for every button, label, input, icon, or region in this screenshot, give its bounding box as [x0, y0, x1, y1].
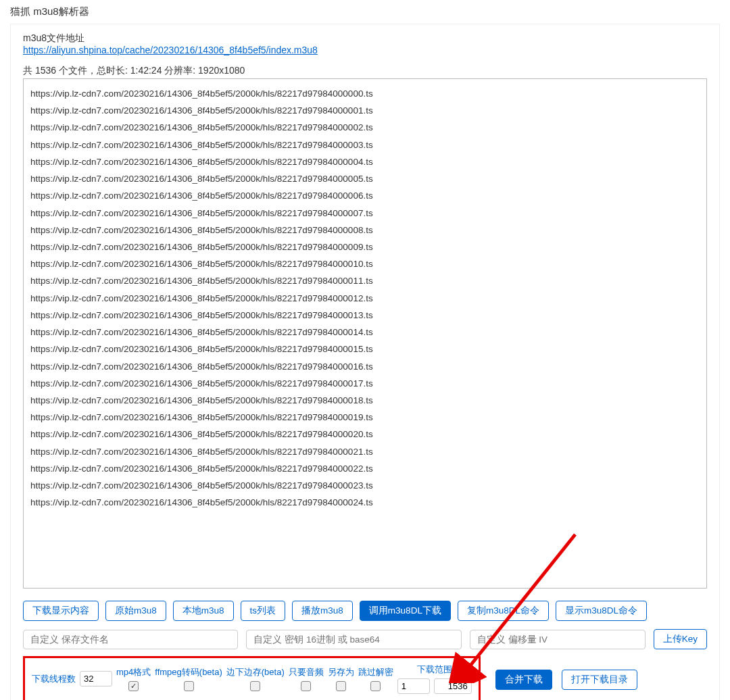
range-start-input[interactable]	[397, 678, 430, 694]
ts-file-row[interactable]: https://vip.lz-cdn7.com/20230216/14306_8…	[30, 309, 700, 322]
show-m3u8dl-button[interactable]: 显示m3u8DL命令	[556, 601, 647, 621]
skip-decrypt-checkbox[interactable]	[370, 681, 381, 691]
ts-file-row[interactable]: https://vip.lz-cdn7.com/20230216/14306_8…	[30, 173, 700, 185]
action-button-row: 下载显示内容 原始m3u8 本地m3u8 ts列表 播放m3u8 调用m3u8D…	[23, 601, 707, 621]
ts-file-row[interactable]: https://vip.lz-cdn7.com/20230216/14306_8…	[30, 139, 700, 151]
upload-key-button[interactable]: 上传Key	[654, 629, 707, 649]
ts-file-list[interactable]: https://vip.lz-cdn7.com/20230216/14306_8…	[23, 78, 707, 589]
range-label: 下载范围	[417, 664, 452, 676]
ts-file-row[interactable]: https://vip.lz-cdn7.com/20230216/14306_8…	[30, 480, 700, 492]
ts-file-row[interactable]: https://vip.lz-cdn7.com/20230216/14306_8…	[30, 395, 700, 407]
raw-m3u8-button[interactable]: 原始m3u8	[105, 601, 166, 621]
main-panel: m3u8文件地址 https://aliyun.shpina.top/cache…	[10, 24, 720, 700]
ts-list-button[interactable]: ts列表	[241, 601, 286, 621]
ts-file-row[interactable]: https://vip.lz-cdn7.com/20230216/14306_8…	[30, 122, 700, 134]
skip-decrypt-label: 跳过解密	[358, 666, 393, 678]
open-download-dir-button[interactable]: 打开下载目录	[562, 670, 637, 690]
custom-inputs-row: 上传Key	[23, 629, 707, 649]
ts-file-row[interactable]: https://vip.lz-cdn7.com/20230216/14306_8…	[30, 156, 700, 168]
ts-file-row[interactable]: https://vip.lz-cdn7.com/20230216/14306_8…	[30, 293, 700, 305]
local-m3u8-button[interactable]: 本地m3u8	[173, 601, 234, 621]
highlighted-options-box: 下载线程数 mp4格式 ffmpeg转码(beta) 边下边存(beta) 只要…	[23, 656, 481, 700]
only-audio-checkbox[interactable]	[301, 681, 311, 691]
download-save-beta-label: 边下边存(beta)	[226, 666, 285, 678]
custom-filename-input[interactable]	[23, 630, 238, 649]
ts-file-row[interactable]: https://vip.lz-cdn7.com/20230216/14306_8…	[30, 361, 700, 373]
play-m3u8-button[interactable]: 播放m3u8	[292, 601, 353, 621]
ts-file-row[interactable]: https://vip.lz-cdn7.com/20230216/14306_8…	[30, 105, 700, 117]
options-bar: 下载线程数 mp4格式 ffmpeg转码(beta) 边下边存(beta) 只要…	[23, 656, 707, 700]
file-address-link[interactable]: https://aliyun.shpina.top/cache/20230216…	[23, 45, 318, 55]
ffmpeg-beta-checkbox[interactable]	[184, 681, 194, 691]
download-save-beta-checkbox[interactable]	[250, 681, 260, 691]
ts-file-row[interactable]: https://vip.lz-cdn7.com/20230216/14306_8…	[30, 224, 700, 236]
custom-key-input[interactable]	[246, 630, 461, 649]
ts-file-row[interactable]: https://vip.lz-cdn7.com/20230216/14306_8…	[30, 326, 700, 339]
file-address-label: m3u8文件地址	[23, 32, 707, 45]
custom-iv-input[interactable]	[470, 630, 646, 649]
ts-file-row[interactable]: https://vip.lz-cdn7.com/20230216/14306_8…	[30, 241, 700, 253]
ffmpeg-beta-label: ffmpeg转码(beta)	[155, 666, 222, 678]
ts-file-row[interactable]: https://vip.lz-cdn7.com/20230216/14306_8…	[30, 463, 700, 475]
ts-file-row[interactable]: https://vip.lz-cdn7.com/20230216/14306_8…	[30, 411, 700, 424]
save-as-label: 另存为	[328, 666, 354, 678]
save-as-checkbox[interactable]	[336, 681, 346, 691]
call-m3u8dl-button[interactable]: 调用m3u8DL下载	[360, 601, 451, 621]
download-display-button[interactable]: 下载显示内容	[23, 601, 99, 621]
ts-file-row[interactable]: https://vip.lz-cdn7.com/20230216/14306_8…	[30, 446, 700, 458]
thread-count-input[interactable]	[80, 671, 112, 686]
thread-count-label: 下载线程数	[32, 673, 76, 685]
ts-file-row[interactable]: https://vip.lz-cdn7.com/20230216/14306_8…	[30, 190, 700, 202]
copy-m3u8dl-button[interactable]: 复制m3u8DL命令	[458, 601, 549, 621]
only-audio-label: 只要音频	[289, 666, 324, 678]
merge-download-button[interactable]: 合并下载	[495, 670, 552, 690]
ts-file-row[interactable]: https://vip.lz-cdn7.com/20230216/14306_8…	[30, 207, 700, 220]
ts-file-row[interactable]: https://vip.lz-cdn7.com/20230216/14306_8…	[30, 88, 700, 100]
mp4-format-label: mp4格式	[116, 666, 151, 678]
ts-file-row[interactable]: https://vip.lz-cdn7.com/20230216/14306_8…	[30, 258, 700, 270]
ts-file-row[interactable]: https://vip.lz-cdn7.com/20230216/14306_8…	[30, 378, 700, 390]
app-title: 猫抓 m3u8解析器	[0, 0, 730, 24]
mp4-format-checkbox[interactable]	[128, 681, 139, 691]
ts-file-row[interactable]: https://vip.lz-cdn7.com/20230216/14306_8…	[30, 343, 700, 355]
range-end-input[interactable]	[434, 678, 472, 694]
ts-file-row[interactable]: https://vip.lz-cdn7.com/20230216/14306_8…	[30, 497, 700, 509]
ts-file-row[interactable]: https://vip.lz-cdn7.com/20230216/14306_8…	[30, 428, 700, 441]
file-summary: 共 1536 个文件，总时长: 1:42:24 分辨率: 1920x1080	[23, 65, 707, 77]
ts-file-row[interactable]: https://vip.lz-cdn7.com/20230216/14306_8…	[30, 275, 700, 287]
